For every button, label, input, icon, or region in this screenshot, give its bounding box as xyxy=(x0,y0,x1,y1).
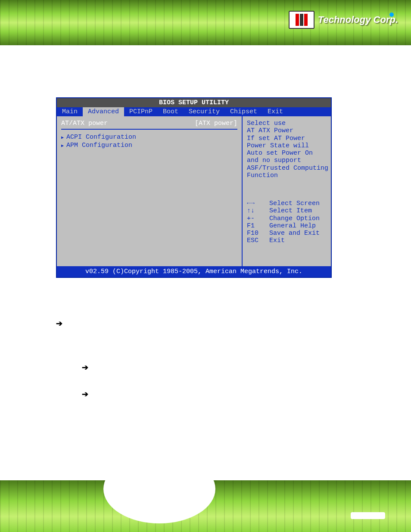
bios-title: BIOS SETUP UTILITY xyxy=(57,98,331,107)
setting-value: [ATX power] xyxy=(195,120,237,127)
tab-boot[interactable]: Boot xyxy=(158,107,184,116)
logo-area: Technology Corp. xyxy=(289,11,398,29)
submenu-label: ACPI Configuration xyxy=(66,134,136,141)
submenu-label: APM Configuration xyxy=(66,142,132,149)
bios-footer: v02.59 (C)Copyright 1985-2005, American … xyxy=(57,266,331,277)
logo-icon xyxy=(289,11,314,29)
tab-pcipnp[interactable]: PCIPnP xyxy=(124,107,158,116)
footer-curve xyxy=(103,454,215,523)
triangle-icon: ▶ xyxy=(61,143,64,148)
bios-right-panel: Select use AT ATX Power If set AT Power … xyxy=(243,116,331,266)
content-area: ➔ ➔ ➔ xyxy=(56,310,332,399)
triangle-icon: ▶ xyxy=(61,135,64,140)
tab-advanced[interactable]: Advanced xyxy=(83,107,124,116)
arrow-icon: ➔ xyxy=(82,389,88,399)
setting-row[interactable]: AT/ATX power [ATX power] xyxy=(61,120,237,130)
bios-tabs: Main Advanced PCIPnP Boot Security Chips… xyxy=(57,107,331,116)
bios-window: BIOS SETUP UTILITY Main Advanced PCIPnP … xyxy=(56,97,332,278)
submenu-apm[interactable]: ▶ APM Configuration xyxy=(61,141,237,149)
tab-main[interactable]: Main xyxy=(57,107,83,116)
page-label xyxy=(351,512,385,519)
setting-label: AT/ATX power xyxy=(61,120,108,127)
bios-body: AT/ATX power [ATX power] ▶ ACPI Configur… xyxy=(57,116,331,266)
tab-exit[interactable]: Exit xyxy=(262,107,288,116)
arrow-icon: ➔ xyxy=(82,363,88,372)
logo-text: Technology Corp. xyxy=(318,14,398,25)
bios-left-panel: AT/ATX power [ATX power] ▶ ACPI Configur… xyxy=(57,116,243,266)
submenu-acpi[interactable]: ▶ ACPI Configuration xyxy=(61,133,237,141)
bullet-line-indent: ➔ xyxy=(82,389,332,399)
key-hints: ←→Select Screen ↑↓Select Item +-Change O… xyxy=(247,200,327,245)
help-text: Select use AT ATX Power If set AT Power … xyxy=(247,120,327,179)
arrow-icon: ➔ xyxy=(56,319,62,328)
tab-security[interactable]: Security xyxy=(184,107,225,116)
header-banner: Technology Corp. xyxy=(0,0,411,45)
footer-banner xyxy=(0,480,411,532)
bullet-line: ➔ xyxy=(56,319,332,328)
tab-chipset[interactable]: Chipset xyxy=(225,107,262,116)
bullet-line-indent: ➔ xyxy=(82,363,332,372)
